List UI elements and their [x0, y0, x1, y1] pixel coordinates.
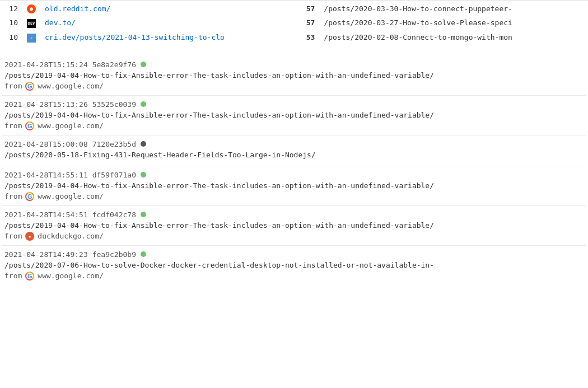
reddit-favicon-icon: ● [27, 4, 36, 13]
log-header: 2021-04-28T14:55:11 df59f071a0 [4, 171, 584, 179]
duckduckgo-icon: ★ [25, 232, 34, 241]
google-icon: G [25, 121, 34, 130]
google-icon: G [25, 192, 34, 201]
referrer-url: www.google.com/ [38, 82, 103, 90]
referrer-url: www.google.com/ [38, 192, 103, 200]
log-hash: 53525c0039 [92, 100, 136, 109]
source-favicon: c [22, 30, 40, 45]
log-timestamp: 2021-04-28T14:49:23 [4, 250, 88, 259]
log-entry: 2021-04-28T14:49:23 fea9c2b0b9 /posts/20… [2, 246, 586, 285]
log-timestamp: 2021-04-28T15:00:08 [4, 140, 88, 148]
from-label: from [4, 82, 22, 90]
status-indicator [141, 212, 146, 217]
score-value: 57 [297, 2, 319, 16]
source-favicon: DEV [22, 16, 40, 30]
referrer-url: duckduckgo.com/ [38, 232, 103, 240]
log-timestamp: 2021-04-28T15:15:24 [4, 60, 88, 69]
from-label: from [4, 192, 22, 200]
log-timestamp: 2021-04-28T14:54:51 [4, 211, 88, 219]
score-value: 53 [297, 30, 319, 45]
from-label: from [4, 121, 22, 130]
table-row: 10 c cri.dev/posts/2021-04-13-switching-… [0, 30, 588, 45]
visit-count: 10 [0, 30, 22, 45]
dev-favicon-icon: DEV [27, 19, 36, 28]
source-favicon: ● [22, 2, 40, 16]
log-entry: 2021-04-28T15:13:26 53525c0039 /posts/20… [2, 96, 586, 135]
referrer-url: www.google.com/ [38, 121, 103, 130]
status-indicator [141, 141, 146, 147]
log-path[interactable]: /posts/2020-05-18-Fixing-431-Request-Hea… [4, 151, 584, 159]
log-referrer-row: from ★ duckduckgo.com/ [4, 232, 584, 241]
post-path[interactable]: /posts/2020-02-08-Connect-to-mongo-with-… [319, 30, 588, 45]
log-entry: 2021-04-28T14:54:51 fcdf042c78 /posts/20… [2, 206, 586, 246]
log-hash: 7120e23b5d [92, 140, 136, 148]
log-hash: fcdf042c78 [92, 211, 136, 219]
log-header: 2021-04-28T14:49:23 fea9c2b0b9 [4, 250, 584, 259]
log-entry: 2021-04-28T15:15:24 5e8a2e9f76 /posts/20… [2, 56, 586, 96]
log-path[interactable]: /posts/2019-04-04-How-to-fix-Ansible-err… [4, 221, 584, 230]
log-entry: 2021-04-28T15:00:08 7120e23b5d /posts/20… [2, 135, 586, 166]
visit-count: 12 [0, 2, 22, 16]
log-header: 2021-04-28T15:13:26 53525c0039 [4, 100, 584, 109]
from-label: from [4, 232, 22, 240]
log-container: 2021-04-28T15:15:24 5e8a2e9f76 /posts/20… [0, 56, 588, 285]
log-hash: df59f071a0 [92, 171, 136, 179]
source-url[interactable]: old.reddit.com/ [40, 2, 297, 16]
source-url[interactable]: dev.to/ [40, 16, 297, 30]
post-path[interactable]: /posts/2020-03-27-How-to-solve-Please-sp… [319, 16, 588, 30]
google-icon: G [25, 272, 34, 281]
log-timestamp: 2021-04-28T14:55:11 [4, 171, 88, 179]
log-header: 2021-04-28T15:15:24 5e8a2e9f76 [4, 60, 584, 69]
log-header: 2021-04-28T14:54:51 fcdf042c78 [4, 211, 584, 219]
status-indicator [141, 172, 146, 177]
top-table: 12 ● old.reddit.com/ 57 /posts/2020-03-3… [0, 2, 588, 45]
status-indicator [141, 62, 146, 67]
log-path[interactable]: /posts/2019-04-04-How-to-fix-Ansible-err… [4, 111, 584, 119]
log-hash: 5e8a2e9f76 [92, 60, 136, 69]
log-header: 2021-04-28T15:00:08 7120e23b5d [4, 140, 584, 148]
log-path[interactable]: /posts/2020-07-06-How-to-solve-Docker-do… [4, 261, 584, 269]
post-path[interactable]: /posts/2020-03-30-How-to-connect-puppete… [319, 2, 588, 16]
log-referrer-row: from G www.google.com/ [4, 272, 584, 281]
google-icon: G [25, 82, 34, 91]
status-indicator [141, 251, 146, 257]
status-indicator [141, 101, 146, 107]
cri-favicon-icon: c [27, 34, 36, 43]
log-referrer-row: from G www.google.com/ [4, 192, 584, 201]
log-entry: 2021-04-28T14:55:11 df59f071a0 /posts/20… [2, 166, 586, 206]
log-referrer-row: from G www.google.com/ [4, 82, 584, 91]
log-referrer-row: from G www.google.com/ [4, 121, 584, 130]
source-url[interactable]: cri.dev/posts/2021-04-13-switching-to-cl… [40, 30, 297, 45]
table-row: 12 ● old.reddit.com/ 57 /posts/2020-03-3… [0, 2, 588, 16]
referrer-url: www.google.com/ [38, 272, 103, 280]
score-value: 57 [297, 16, 319, 30]
log-path[interactable]: /posts/2019-04-04-How-to-fix-Ansible-err… [4, 71, 584, 80]
log-timestamp: 2021-04-28T15:13:26 [4, 100, 88, 109]
log-hash: fea9c2b0b9 [92, 250, 136, 259]
visit-count: 10 [0, 16, 22, 30]
from-label: from [4, 272, 22, 280]
table-row: 10 DEV dev.to/ 57 /posts/2020-03-27-How-… [0, 16, 588, 30]
log-path[interactable]: /posts/2019-04-04-How-to-fix-Ansible-err… [4, 181, 584, 190]
